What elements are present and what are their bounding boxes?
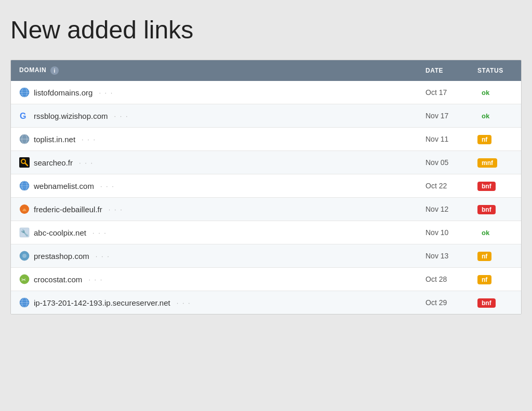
- status-badge: bnf: [477, 205, 496, 214]
- domain-name[interactable]: listofdomains.org: [34, 88, 92, 97]
- domain-icon: ✂: [19, 274, 30, 284]
- domain-icon: [19, 251, 30, 261]
- svg-text:🔧: 🔧: [21, 229, 29, 237]
- domain-cell: webnamelist.com· · ·: [11, 174, 417, 197]
- status-badge: bnf: [477, 182, 496, 191]
- domain-header: DOMAIN i: [11, 60, 417, 81]
- domain-icon: [19, 157, 30, 168]
- table-row: ip-173-201-142-193.ip.secureserver.net· …: [11, 291, 521, 314]
- date-cell: Oct 17: [417, 81, 469, 104]
- domain-dots[interactable]: · · ·: [79, 159, 94, 167]
- date-cell: Nov 10: [417, 221, 469, 244]
- table-row: Grssblog.wizishop.com· · ·Nov 17OK: [11, 104, 521, 128]
- domain-name[interactable]: prestashop.com: [34, 252, 89, 261]
- status-cell: OK: [469, 81, 521, 104]
- domain-icon: [19, 181, 30, 191]
- date-cell: Oct 22: [417, 174, 469, 198]
- domain-name[interactable]: webnamelist.com: [34, 182, 94, 190]
- domain-cell: toplist.in.net· · ·: [11, 128, 417, 150]
- status-badge: nf: [477, 252, 491, 261]
- status-cell: OK: [469, 221, 521, 244]
- status-cell: OK: [469, 104, 521, 128]
- domain-cell: prestashop.com· · ·: [11, 244, 417, 267]
- table-row: webnamelist.com· · ·Oct 22bnf: [11, 174, 521, 198]
- svg-rect-9: [19, 157, 30, 168]
- status-badge: OK: [477, 228, 494, 238]
- domain-name[interactable]: toplist.in.net: [34, 135, 75, 144]
- links-table-container: DOMAIN i DATE STATUS listofdomains.org· …: [10, 60, 522, 314]
- status-cell: nf: [469, 128, 521, 151]
- table-row: toplist.in.net· · ·Nov 11nf: [11, 128, 521, 151]
- domain-cell: Grssblog.wizishop.com· · ·: [11, 104, 417, 127]
- domain-dots[interactable]: · · ·: [92, 229, 107, 237]
- table-header-row: DOMAIN i DATE STATUS: [11, 60, 521, 81]
- status-cell: nf: [469, 268, 521, 291]
- date-cell: Oct 28: [417, 268, 469, 291]
- svg-text:G: G: [20, 112, 26, 120]
- domain-icon: G: [19, 111, 30, 121]
- domain-dots[interactable]: · · ·: [100, 182, 115, 190]
- domain-name[interactable]: frederic-debailleul.fr: [34, 205, 102, 214]
- domain-dots[interactable]: · · ·: [99, 89, 113, 97]
- status-cell: nf: [469, 244, 521, 268]
- domain-cell: ip-173-201-142-193.ip.secureserver.net· …: [11, 291, 417, 314]
- date-cell: Nov 13: [417, 244, 469, 268]
- date-cell: Nov 12: [417, 198, 469, 221]
- domain-cell: listofdomains.org· · ·: [11, 81, 417, 104]
- status-badge: nf: [477, 275, 491, 284]
- domain-cell: 🔧abc-coolpix.net· · ·: [11, 221, 417, 244]
- table-row: frederic-debailleul.fr· · ·Nov 12bnf: [11, 198, 521, 221]
- domain-dots[interactable]: · · ·: [96, 252, 110, 260]
- domain-icon: [19, 134, 30, 144]
- table-row: listofdomains.org· · ·Oct 17OK: [11, 81, 521, 104]
- status-badge: nf: [477, 135, 491, 144]
- domain-cell: searcheo.fr· · ·: [11, 151, 417, 174]
- domain-name[interactable]: ip-173-201-142-193.ip.secureserver.net: [34, 298, 170, 307]
- date-cell: Nov 11: [417, 128, 469, 151]
- page-title: New added links: [10, 10, 522, 49]
- status-badge: bnf: [477, 298, 496, 308]
- domain-icon: 🔧: [19, 227, 30, 238]
- links-table: DOMAIN i DATE STATUS listofdomains.org· …: [11, 60, 521, 314]
- domain-icon: [19, 204, 30, 214]
- status-badge: OK: [477, 88, 494, 98]
- domain-info-icon[interactable]: i: [50, 66, 59, 75]
- domain-dots[interactable]: · · ·: [114, 112, 129, 120]
- status-cell: bnf: [469, 174, 521, 198]
- domain-dots[interactable]: · · ·: [177, 299, 191, 307]
- table-row: prestashop.com· · ·Nov 13nf: [11, 244, 521, 268]
- domain-name[interactable]: crocostat.com: [34, 275, 82, 284]
- status-badge: mnf: [477, 158, 497, 168]
- domain-dots[interactable]: · · ·: [82, 135, 96, 143]
- status-cell: bnf: [469, 291, 521, 314]
- status-badge: OK: [477, 111, 494, 121]
- domain-cell: frederic-debailleul.fr· · ·: [11, 198, 417, 221]
- domain-icon: [19, 297, 30, 308]
- table-row: 🔧abc-coolpix.net· · ·Nov 10OK: [11, 221, 521, 244]
- status-cell: mnf: [469, 151, 521, 174]
- status-cell: bnf: [469, 198, 521, 221]
- date-cell: Oct 29: [417, 291, 469, 314]
- status-header: STATUS: [469, 60, 521, 81]
- domain-name[interactable]: abc-coolpix.net: [34, 228, 86, 237]
- domain-dots[interactable]: · · ·: [109, 206, 123, 213]
- table-row: searcheo.fr· · ·Nov 05mnf: [11, 151, 521, 174]
- domain-name[interactable]: rssblog.wizishop.com: [34, 112, 108, 120]
- date-cell: Nov 17: [417, 104, 469, 128]
- date-header: DATE: [417, 60, 469, 81]
- table-row: ✂crocostat.com· · ·Oct 28nf: [11, 268, 521, 291]
- domain-name[interactable]: searcheo.fr: [34, 158, 73, 167]
- svg-text:✂: ✂: [21, 277, 26, 283]
- domain-icon: [19, 87, 30, 98]
- date-cell: Nov 05: [417, 151, 469, 174]
- domain-dots[interactable]: · · ·: [88, 276, 103, 283]
- domain-cell: ✂crocostat.com· · ·: [11, 268, 417, 291]
